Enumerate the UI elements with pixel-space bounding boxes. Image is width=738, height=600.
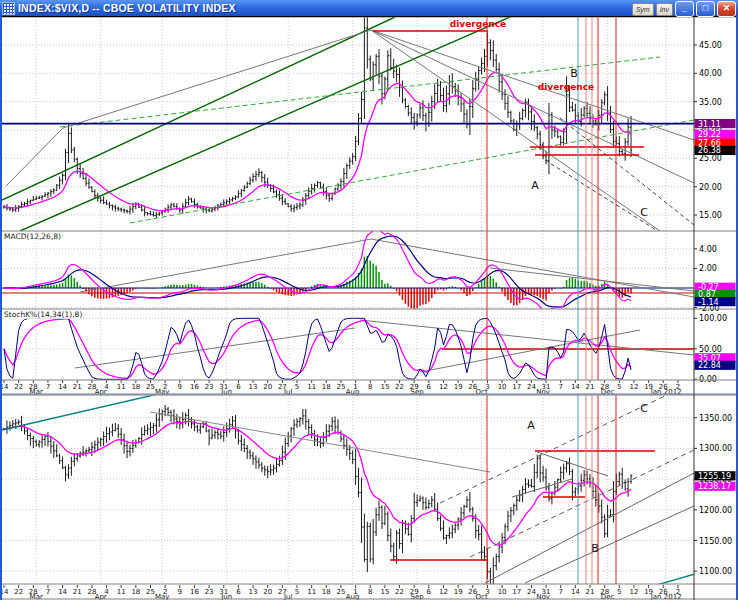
chart-canvas[interactable]: 45.0040.0035.0030.0025.0020.0015.004.002… [2,16,736,600]
app-icon [2,2,15,15]
svg-text:25: 25 [146,588,155,596]
svg-text:14: 14 [58,383,67,391]
svg-text:8: 8 [368,383,372,391]
svg-text:B: B [591,542,599,555]
svg-text:8: 8 [368,588,372,596]
axis-chip: 1255.19 [695,471,736,481]
svg-text:-1.14: -1.14 [698,298,719,307]
svg-text:22: 22 [14,383,23,391]
svg-text:16: 16 [190,588,199,596]
svg-text:6: 6 [236,588,241,596]
svg-text:1300.00: 1300.00 [699,444,732,453]
svg-text:C: C [640,206,648,219]
svg-text:26.38: 26.38 [698,146,721,155]
macd-label: MACD(12,26,8) [3,232,65,241]
svg-text:6: 6 [236,383,241,391]
svg-text:14: 14 [571,383,580,391]
svg-text:16: 16 [190,383,199,391]
svg-text:21: 21 [586,383,595,391]
svg-text:10: 10 [498,383,507,391]
svg-text:A: A [531,179,539,192]
svg-text:C: C [640,402,648,415]
axis-chip: 31.11 [695,119,736,129]
svg-text:13: 13 [249,588,258,596]
minimize-button[interactable]: _ [675,1,694,17]
svg-text:1238.17: 1238.17 [698,482,731,491]
svg-text:50.00: 50.00 [699,345,722,354]
svg-text:5: 5 [295,588,299,596]
axis-chip: 1238.17 [695,482,736,492]
svg-text:18: 18 [322,383,331,391]
svg-text:11: 11 [307,383,316,391]
svg-text:divergence: divergence [538,82,594,92]
svg-text:11: 11 [117,588,126,596]
svg-text:31.11: 31.11 [698,120,721,129]
svg-text:2.00: 2.00 [699,264,717,273]
svg-text:25: 25 [146,383,155,391]
svg-text:35.00: 35.00 [699,98,722,107]
svg-text:14: 14 [58,588,67,596]
svg-text:25: 25 [336,383,345,391]
svg-text:B: B [570,67,578,80]
svg-text:20: 20 [263,588,272,596]
svg-text:9: 9 [178,588,182,596]
svg-text:17: 17 [512,383,521,391]
svg-text:5: 5 [295,383,299,391]
date-axis: 1422287142128411182529162331613202751118… [2,585,694,600]
svg-text:45.00: 45.00 [699,41,722,50]
svg-text:7: 7 [558,588,562,596]
svg-text:7: 7 [558,383,562,391]
stoch-label: StochK%(14,34(1),8) [3,310,82,319]
svg-text:StochK%(14,34(1),8): StochK%(14,34(1),8) [4,310,82,319]
svg-text:17: 17 [512,588,521,596]
svg-text:25.00: 25.00 [699,154,722,163]
svg-text:4.00: 4.00 [699,245,717,254]
svg-text:1255.19: 1255.19 [698,472,731,481]
svg-text:7: 7 [46,588,50,596]
svg-text:18: 18 [131,383,140,391]
svg-text:6: 6 [427,383,432,391]
svg-text:1200.00: 1200.00 [699,506,732,515]
app-window: INDEX:$VIX,D -- CBOE VOLATILITY INDEX Sy… [0,0,738,600]
svg-text:divergence: divergence [450,19,506,29]
svg-text:5: 5 [617,383,621,391]
sym-button[interactable]: Sym [632,3,654,16]
svg-text:21: 21 [73,383,82,391]
svg-text:25: 25 [336,588,345,596]
svg-text:22: 22 [14,588,23,596]
svg-text:14: 14 [2,588,9,596]
svg-text:A: A [527,419,535,432]
svg-text:15: 15 [380,383,389,391]
svg-text:19: 19 [454,383,463,391]
svg-text:MACD(12,26,8): MACD(12,26,8) [4,232,61,241]
svg-text:21: 21 [586,588,595,596]
window-title: INDEX:$VIX,D -- CBOE VOLATILITY INDEX [18,2,236,14]
title-bar[interactable]: INDEX:$VIX,D -- CBOE VOLATILITY INDEX Sy… [0,0,738,16]
svg-text:11: 11 [307,588,316,596]
svg-text:20.00: 20.00 [699,183,722,192]
svg-text:23: 23 [205,383,214,391]
svg-text:22.84: 22.84 [698,361,721,370]
close-button[interactable]: ✕ [717,1,736,17]
svg-text:12: 12 [439,588,448,596]
svg-text:1100.00: 1100.00 [699,567,732,576]
svg-text:19: 19 [454,588,463,596]
svg-text:15: 15 [380,588,389,596]
svg-text:12: 12 [439,383,448,391]
svg-text:1150.00: 1150.00 [699,537,732,546]
svg-text:12: 12 [629,588,638,596]
svg-text:14: 14 [2,383,9,391]
svg-text:13: 13 [249,383,258,391]
inv-button[interactable]: Inv [656,3,673,16]
axis-chip: 26.38 [695,146,736,156]
svg-text:24: 24 [527,383,536,391]
svg-text:7: 7 [46,383,50,391]
svg-text:24: 24 [527,588,536,596]
svg-text:1350.00: 1350.00 [699,414,732,423]
axis-chip: 29.22 [695,130,736,140]
svg-text:29.22: 29.22 [698,130,721,139]
svg-text:15.00: 15.00 [699,211,722,220]
svg-text:100.00: 100.00 [699,314,727,323]
axis-chip: 22.84 [695,361,736,371]
maximize-button[interactable]: □ [696,1,715,17]
